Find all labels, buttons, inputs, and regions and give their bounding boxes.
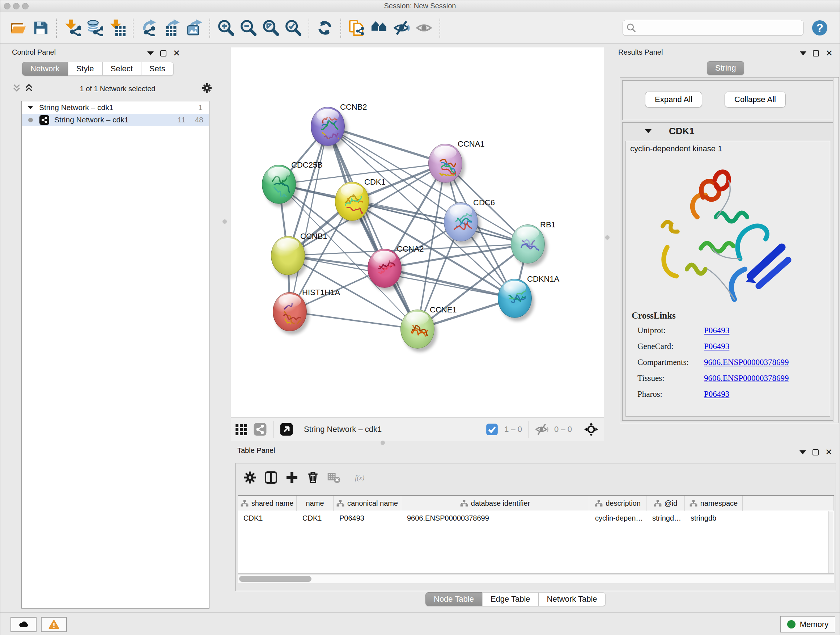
export-image-file-icon[interactable] [185,19,203,37]
tab-edge-table[interactable]: Edge Table [482,592,538,606]
grid-icon[interactable] [234,422,249,437]
tab-string[interactable]: String [707,61,744,75]
import-table-file-icon[interactable] [108,19,126,37]
table-cell[interactable]: stringdb [685,511,743,526]
crosslink-link[interactable]: P06493 [704,390,789,399]
zoom-selected-icon[interactable] [284,19,302,37]
network-row[interactable]: String Network – cdk1 11 48 [22,114,209,126]
network-node-ccna2[interactable] [368,249,401,288]
float-panel-icon[interactable] [813,50,819,57]
warning-icon[interactable] [41,617,67,632]
table-cell[interactable]: 9606.ENSP00000378699 [401,511,589,526]
new-network-from-selection-icon[interactable] [347,19,366,37]
collection-expand-icon[interactable] [27,106,33,109]
table-cell[interactable]: CDK1 [297,511,333,526]
save-session-icon[interactable] [31,19,50,37]
selected-count: 1 – 0 [504,424,522,434]
network-node-ccnb2[interactable] [311,107,345,146]
panel-menu-icon[interactable] [147,51,154,55]
share-icon[interactable] [253,422,268,437]
table-cell[interactable]: cyclin-dependent ... [589,511,646,526]
crosshair-icon[interactable] [584,422,599,437]
column-header-namespace[interactable]: namespace [685,496,743,511]
function-builder-icon[interactable]: f(x) [347,469,376,486]
import-network-database-icon[interactable] [85,19,104,37]
results-scrollbar[interactable] [833,78,838,422]
hidden-eye-slash-icon[interactable] [534,422,549,437]
columns-icon[interactable] [263,469,279,486]
delete-table-icon[interactable] [325,469,342,486]
float-panel-icon[interactable] [160,50,166,57]
gene-collapse-icon[interactable] [645,129,652,133]
tab-sets[interactable]: Sets [141,62,174,76]
vertical-splitter-handle[interactable] [605,235,609,240]
close-panel-icon[interactable]: ✕ [825,449,832,455]
column-header-canonical-name[interactable]: canonical name [333,496,401,511]
network-node-cdk1[interactable] [335,182,369,221]
column-header-shared-name[interactable]: shared name [238,496,297,511]
tab-node-table[interactable]: Node Table [425,592,482,606]
zoom-out-icon[interactable] [239,19,257,37]
network-node-cdc25b[interactable] [262,165,296,204]
panel-menu-icon[interactable] [800,51,806,55]
tab-select[interactable]: Select [103,62,141,76]
close-panel-icon[interactable]: ✕ [826,50,833,57]
table-cell[interactable]: stringdb:9... [646,511,685,526]
export-network-file-icon[interactable] [140,19,158,37]
add-column-plus-icon[interactable] [284,469,300,486]
network-node-hist1h1a[interactable] [273,292,307,331]
tab-network[interactable]: Network [22,62,68,76]
hide-selected-eye-slash-icon[interactable] [392,19,411,37]
expand-all-button[interactable]: Expand All [645,92,702,108]
selected-checkbox-icon[interactable] [485,422,500,437]
network-collection-row[interactable]: String Network – cdk1 1 [22,101,209,114]
table-row[interactable]: CDK1CDK1P064939606.ENSP00000378699cyclin… [238,511,834,526]
network-canvas[interactable]: CCNB2CCNA1CDC25BCDK1CDC6RB1CCNB1CCNA2CDK… [231,48,604,417]
crosslink-link[interactable]: 9606.ENSP00000378699 [704,358,789,367]
search-input[interactable] [622,20,804,36]
column-header-database-identifier[interactable]: database identifier [401,496,589,511]
export-table-file-icon[interactable] [162,19,181,37]
table-cell[interactable]: P06493 [333,511,401,526]
close-panel-icon[interactable]: ✕ [173,50,180,57]
network-node-cdkn1a[interactable] [498,279,532,318]
gear-icon[interactable] [242,469,258,486]
network-node-ccne1[interactable] [401,310,434,348]
vertical-splitter-handle[interactable] [223,219,227,224]
column-header-name[interactable]: name [297,496,333,511]
horizontal-splitter-handle[interactable] [381,440,385,445]
network-node-cdc6[interactable] [444,203,478,241]
import-network-file-icon[interactable] [63,19,82,37]
crosslink-link[interactable]: 9606.ENSP00000378699 [704,374,789,383]
scrollbar-thumb[interactable] [239,576,311,582]
expand-all-chevron-icon[interactable] [24,83,34,94]
panel-menu-icon[interactable] [799,450,806,454]
gear-icon[interactable] [202,82,212,95]
network-node-rb1[interactable] [511,225,545,264]
network-node-ccnb1[interactable] [271,236,305,275]
table-vertical-scrollbar[interactable] [829,511,834,573]
refresh-icon[interactable] [316,19,334,37]
double-house-icon[interactable] [370,19,388,37]
table-cell[interactable]: CDK1 [238,511,297,526]
delete-column-trash-icon[interactable] [305,469,321,486]
open-in-window-icon[interactable] [279,422,294,437]
help-icon[interactable]: ? [812,19,828,36]
crosslink-link[interactable]: P06493 [704,342,789,351]
table-horizontal-scrollbar[interactable] [238,574,834,583]
float-panel-icon[interactable] [813,449,819,455]
zoom-in-icon[interactable] [216,19,235,37]
network-node-ccna1[interactable] [428,144,462,183]
show-all-eye-icon[interactable] [415,19,433,37]
column-header--id[interactable]: @id [646,496,685,511]
zoom-fit-icon[interactable] [261,19,280,37]
cloud-icon[interactable] [11,617,36,632]
crosslink-link[interactable]: P06493 [704,326,789,335]
column-header-description[interactable]: description [589,496,646,511]
tab-style[interactable]: Style [68,62,103,76]
tab-network-table[interactable]: Network Table [538,592,606,606]
collapse-all-chevron-icon[interactable] [12,83,21,94]
memory-button[interactable]: Memory [780,616,835,632]
open-file-icon[interactable] [9,19,27,37]
collapse-all-button[interactable]: Collapse All [725,92,786,108]
